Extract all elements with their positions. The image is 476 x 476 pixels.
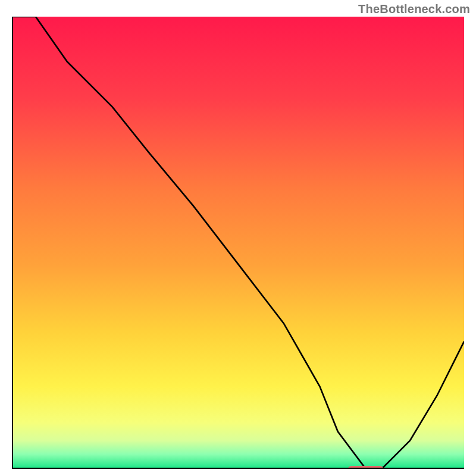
bottleneck-curve	[13, 17, 464, 468]
chart-container: TheBottleneck.com	[0, 0, 476, 476]
optimal-range-marker	[347, 466, 384, 469]
plot-area	[12, 17, 464, 469]
watermark-text: TheBottleneck.com	[358, 2, 470, 16]
